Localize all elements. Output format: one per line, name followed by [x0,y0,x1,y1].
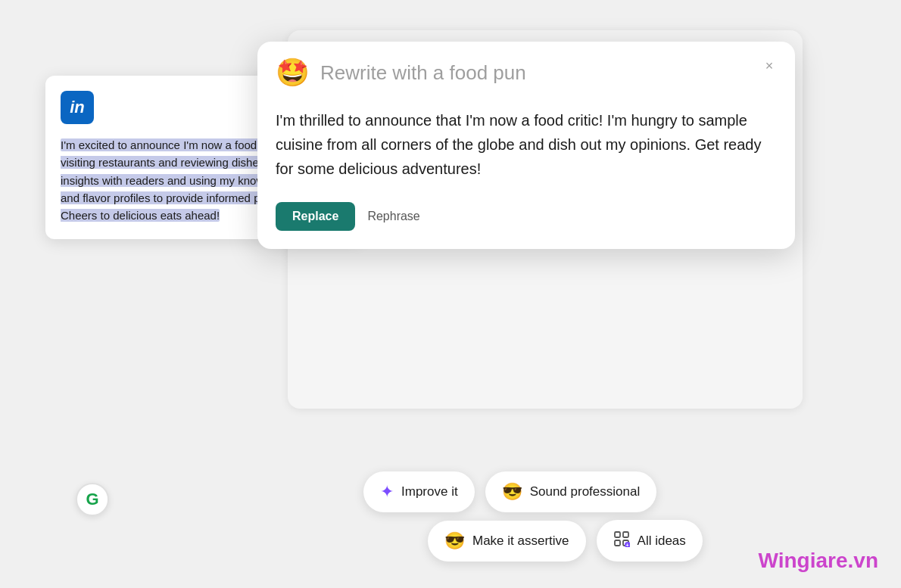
replace-button[interactable]: Replace [276,202,355,231]
linkedin-logo: in [61,91,94,124]
grammarly-letter: G [86,490,98,509]
make-assertive-pill[interactable]: 😎 Make it assertive [428,521,586,562]
improve-it-pill[interactable]: ✦ Improve it [363,471,475,512]
rewrite-content: I'm thrilled to announce that I'm now a … [276,108,777,181]
rewrite-header: 🤩 Rewrite with a food pun × [257,42,795,101]
make-assertive-label: Make it assertive [472,534,569,549]
close-button[interactable]: × [759,55,780,76]
improve-it-label: Improve it [401,484,458,499]
rewrite-actions: Replace Rephrase [276,202,777,231]
rewrite-title: Rewrite with a food pun [320,61,526,85]
svg-text:+: + [625,543,628,547]
rewrite-emoji: 🤩 [276,57,310,89]
svg-rect-1 [623,532,628,537]
grammarly-icon[interactable]: G [76,483,109,516]
svg-rect-0 [615,532,620,537]
linkedin-logo-text: in [70,98,85,117]
sunglasses-emoji-1: 😎 [502,482,522,502]
rephrase-button[interactable]: Rephrase [367,210,419,223]
all-ideas-pill[interactable]: + All ideas [597,520,703,562]
svg-rect-2 [615,540,620,546]
suggestions-row-1: ✦ Improve it 😎 Sound professional [363,471,656,512]
sunglasses-emoji-2: 😎 [444,531,465,551]
sound-professional-label: Sound professional [530,484,641,499]
suggestions-row-2: 😎 Make it assertive + All ideas [428,520,703,562]
rewrite-body: I'm thrilled to announce that I'm now a … [257,101,795,249]
sound-professional-pill[interactable]: 😎 Sound professional [485,471,657,512]
all-ideas-label: All ideas [638,534,686,549]
grid-icon: + [613,530,630,551]
watermark: Wingiare.vn [759,549,878,573]
sparkle-icon: ✦ [380,482,394,502]
rewrite-popup: 🤩 Rewrite with a food pun × I'm thrilled… [257,42,795,249]
